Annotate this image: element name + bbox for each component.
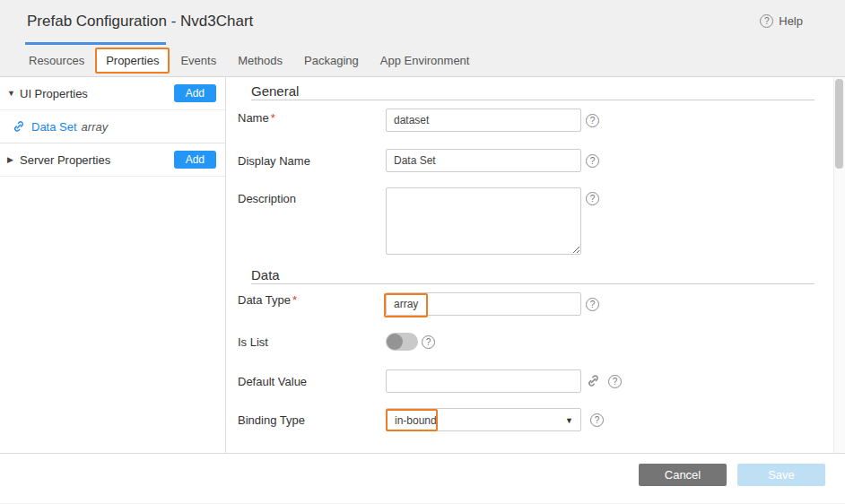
prefab-configuration-dialog: Prefab Configuration - Nvd3Chart ? Help … [0, 0, 845, 504]
dialog-header: Prefab Configuration - Nvd3Chart ? Help [0, 0, 845, 45]
name-field[interactable] [386, 109, 581, 132]
default-value-label: Default Value [238, 375, 307, 388]
tab-methods[interactable]: Methods [227, 48, 293, 74]
add-server-property-button[interactable]: Add [174, 151, 216, 169]
sidebar-section-label: UI Properties [20, 87, 88, 100]
scrollbar-thumb[interactable] [835, 79, 843, 169]
tab-bar: Resources Properties Events Methods Pack… [0, 45, 845, 77]
link-icon [13, 120, 25, 133]
sidebar-section-server-properties[interactable]: ▶ Server Properties Add [0, 143, 225, 177]
section-divider [251, 100, 815, 100]
sidebar-section-label: Server Properties [20, 153, 110, 167]
sidebar-section-ui-properties[interactable]: ▼ UI Properties Add [0, 77, 225, 110]
data-type-field[interactable] [386, 292, 581, 316]
binding-type-value: in-bound [395, 414, 437, 427]
is-list-label: Is List [238, 335, 268, 349]
sidebar-item-type: array [82, 120, 109, 134]
default-value-help-icon[interactable]: ? [608, 375, 622, 388]
help-label: Help [779, 14, 803, 28]
data-type-label: Data Type* [238, 293, 297, 307]
add-ui-property-button[interactable]: Add [174, 84, 216, 102]
sidebar-item-label: Data Set [31, 120, 77, 134]
description-field[interactable] [386, 187, 581, 255]
required-marker: * [292, 293, 297, 307]
section-divider [251, 283, 815, 284]
binding-type-label: Binding Type [238, 413, 305, 427]
description-help-icon[interactable]: ? [586, 192, 599, 205]
toggle-knob [387, 334, 403, 350]
bind-property-link-icon[interactable] [587, 374, 600, 387]
tab-app-environment[interactable]: App Environment [370, 48, 481, 74]
section-title-general: General [251, 83, 299, 99]
binding-type-select[interactable]: in-bound ▼ [386, 408, 581, 431]
sidebar: ▼ UI Properties Add Data Set array ▶ Ser… [0, 77, 226, 453]
display-name-label: Display Name [238, 154, 310, 168]
name-help-icon[interactable]: ? [586, 114, 599, 127]
is-list-toggle[interactable] [386, 333, 418, 351]
name-label: Name* [238, 111, 275, 125]
footer-divider [0, 453, 845, 454]
data-type-help-icon[interactable]: ? [586, 298, 599, 311]
save-button[interactable]: Save [737, 464, 825, 486]
caret-down-icon[interactable]: ▼ [7, 89, 20, 98]
is-list-help-icon[interactable]: ? [422, 335, 435, 349]
caret-right-icon[interactable]: ▶ [7, 155, 20, 164]
required-marker: * [271, 111, 275, 125]
tab-resources[interactable]: Resources [18, 48, 95, 74]
chevron-down-icon: ▼ [565, 416, 573, 425]
binding-type-help-icon[interactable]: ? [590, 413, 604, 427]
tab-packaging[interactable]: Packaging [293, 48, 370, 74]
help-button[interactable]: ? Help [760, 14, 803, 28]
description-label: Description [238, 192, 296, 205]
help-icon[interactable]: ? [760, 14, 773, 28]
display-name-help-icon[interactable]: ? [586, 154, 599, 168]
tab-properties[interactable]: Properties [95, 48, 170, 74]
tab-events[interactable]: Events [170, 48, 227, 74]
default-value-field[interactable] [386, 369, 581, 393]
display-name-field[interactable] [386, 149, 581, 172]
cancel-button[interactable]: Cancel [639, 464, 727, 486]
sidebar-item-data-set[interactable]: Data Set array [0, 110, 225, 143]
section-title-data: Data [251, 267, 280, 282]
page-title: Prefab Configuration - Nvd3Chart [27, 13, 253, 30]
